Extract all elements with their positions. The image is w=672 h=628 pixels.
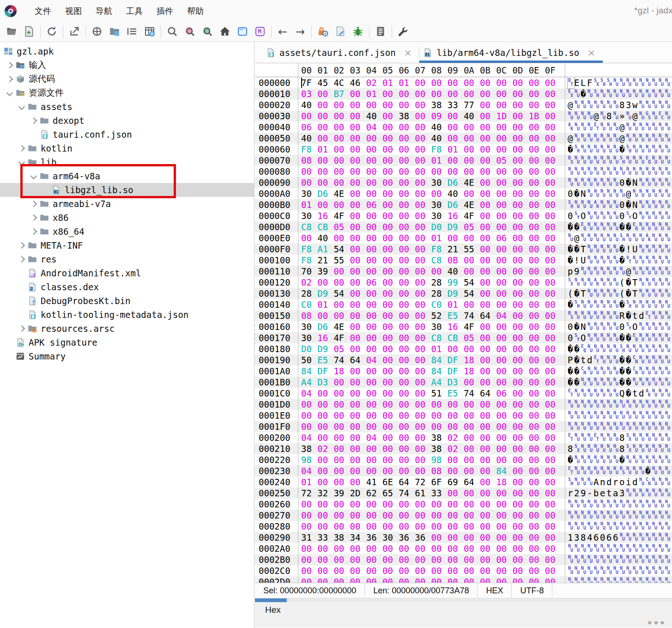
ascii-char[interactable]: NU [606, 366, 613, 377]
hex-byte[interactable]: 00 [529, 211, 545, 221]
ascii-char[interactable]: NU [587, 432, 593, 443]
ascii-char[interactable]: NU [587, 166, 593, 177]
hex-byte[interactable]: 00 [496, 366, 512, 376]
hex-byte[interactable]: 00 [301, 233, 317, 243]
ascii-char[interactable]: NU [639, 332, 645, 343]
ascii-char[interactable]: NU [587, 232, 593, 244]
tree-item-kotlin[interactable]: kotlin [0, 141, 254, 155]
hex-byte[interactable]: 00 [301, 521, 317, 531]
ascii-char[interactable]: NU [645, 332, 652, 343]
hex-byte[interactable]: 00 [496, 543, 512, 554]
hex-byte[interactable]: 00 [545, 433, 561, 443]
chevron-right-icon[interactable] [30, 228, 37, 235]
chevron-down-icon[interactable] [6, 90, 13, 96]
ascii-char[interactable]: NU [639, 199, 645, 210]
hex-byte[interactable]: 40 [464, 111, 480, 121]
hex-byte[interactable]: 00 [529, 455, 545, 465]
ascii-char[interactable]: @ [632, 110, 639, 122]
hex-byte[interactable]: 00 [317, 277, 333, 287]
hex-byte[interactable]: 16 [448, 211, 464, 221]
hex-byte[interactable]: 00 [529, 144, 545, 154]
ascii-char[interactable]: NU [587, 565, 593, 576]
hex-byte[interactable]: 00 [464, 532, 480, 543]
ascii-char[interactable]: t [581, 354, 587, 366]
hex-byte[interactable]: 00 [382, 555, 399, 565]
hex-byte[interactable]: 00 [415, 455, 431, 465]
ascii-char[interactable]: NU [632, 255, 639, 266]
hex-byte[interactable]: 00 [480, 288, 496, 299]
hex-byte[interactable]: 00 [382, 133, 399, 143]
ascii-char[interactable]: @ [619, 133, 626, 144]
ascii-char[interactable]: NU [600, 99, 606, 110]
ascii-char[interactable]: NU [613, 77, 619, 88]
hex-byte[interactable]: 00 [431, 566, 448, 576]
hex-byte[interactable]: 00 [480, 444, 496, 454]
hex-byte[interactable]: 00 [301, 410, 317, 421]
ascii-char[interactable]: NU [587, 476, 593, 488]
hex-byte[interactable]: 00 [496, 177, 512, 188]
hex-byte[interactable]: 00 [529, 510, 545, 520]
ascii-char[interactable]: NU [652, 210, 658, 221]
hex-byte[interactable]: 38 [431, 444, 448, 454]
hex-byte[interactable]: 00 [545, 521, 561, 531]
hex-byte[interactable]: 00 [512, 566, 528, 576]
ascii-char[interactable]: NU [652, 155, 658, 166]
ascii-char[interactable]: NU [652, 354, 658, 366]
hex-byte[interactable]: 00 [415, 133, 431, 143]
hex-byte[interactable]: 00 [464, 255, 480, 265]
ascii-char[interactable]: T [581, 288, 587, 299]
ascii-char[interactable]: SH [626, 299, 632, 310]
hex-byte[interactable]: C0 [301, 299, 317, 310]
hex-byte[interactable]: D0 [301, 344, 317, 354]
hex-byte[interactable]: 00 [382, 577, 399, 583]
ascii-char[interactable]: NU [645, 354, 652, 366]
hex-byte[interactable]: 00 [366, 377, 382, 387]
ascii-char[interactable]: NU [639, 465, 645, 476]
chevron-right-icon[interactable] [18, 145, 25, 152]
tree-item-dexopt[interactable]: dexopt [0, 114, 254, 128]
ascii-char[interactable]: � [568, 255, 574, 266]
ascii-char[interactable]: NU [613, 576, 619, 583]
hex-byte[interactable]: E5 [448, 388, 464, 398]
ascii-char[interactable]: NU [639, 454, 645, 465]
ascii-char[interactable]: NU [639, 255, 645, 266]
ascii-char[interactable]: NU [652, 244, 658, 255]
hex-byte[interactable]: 00 [382, 144, 399, 154]
toolbar-export-button[interactable] [66, 24, 83, 39]
hex-byte[interactable]: 00 [366, 299, 382, 310]
ascii-char[interactable]: NU [658, 488, 665, 499]
ascii-char[interactable]: NU [587, 88, 593, 99]
hex-byte[interactable]: 00 [415, 222, 431, 232]
ascii-char[interactable]: 3 [619, 488, 626, 499]
hex-byte[interactable]: 00 [512, 200, 528, 210]
ascii-char[interactable]: NU [600, 421, 606, 432]
ascii-char[interactable]: NU [606, 299, 613, 310]
ascii-char[interactable]: NU [652, 321, 658, 332]
ascii-char[interactable]: NU [639, 244, 645, 255]
ascii-char[interactable]: � [626, 199, 632, 210]
hex-byte[interactable]: 00 [333, 499, 350, 509]
hex-byte[interactable]: 08 [301, 155, 317, 165]
ascii-char[interactable]: NU [652, 166, 658, 177]
ascii-char[interactable]: NU [600, 521, 606, 532]
ascii-char[interactable]: NU [574, 543, 581, 554]
hex-byte[interactable]: 6E [382, 477, 399, 487]
hex-byte[interactable]: 00 [350, 200, 366, 210]
ascii-char[interactable]: 0 [568, 332, 574, 343]
ascii-char[interactable]: NU [606, 177, 613, 188]
hex-byte[interactable]: 00 [480, 166, 496, 177]
ascii-char[interactable]: NU [574, 410, 581, 421]
ascii-char[interactable]: NU [613, 421, 619, 432]
hex-byte[interactable]: 00 [317, 555, 333, 565]
ascii-char[interactable]: NU [606, 288, 613, 299]
hex-byte[interactable]: 00 [350, 521, 366, 531]
ascii-char[interactable]: NU [593, 232, 600, 244]
ascii-char[interactable]: NU [632, 565, 639, 576]
hex-byte[interactable]: 00 [415, 377, 431, 387]
hex-byte[interactable]: 00 [480, 521, 496, 531]
hex-byte[interactable]: 05 [333, 222, 350, 232]
ascii-char[interactable]: NU [632, 432, 639, 443]
hex-byte[interactable]: 00 [333, 111, 350, 121]
ascii-char[interactable]: NU [600, 499, 606, 510]
hex-byte[interactable]: 00 [333, 477, 350, 487]
